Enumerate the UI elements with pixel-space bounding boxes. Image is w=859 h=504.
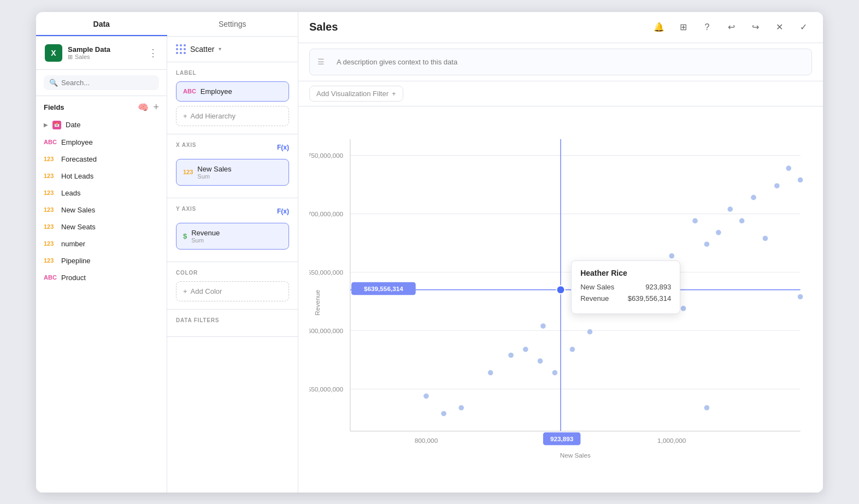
field-label: Forecasted <box>61 155 97 163</box>
add-field-button[interactable]: + <box>153 102 159 113</box>
yaxis-fx-button[interactable]: F(x) <box>277 207 289 215</box>
filter-bar: Add Visualization Filter + <box>298 81 823 106</box>
tooltip-row-newsales: New Sales 923,893 <box>580 283 671 291</box>
chart-title-input[interactable] <box>309 21 450 33</box>
field-group-date[interactable]: ▶ 📅 Date <box>36 116 167 134</box>
label-section-title: LABEL <box>176 70 289 76</box>
svg-point-41 <box>692 218 698 224</box>
svg-text:$750,000,000: $750,000,000 <box>309 151 343 158</box>
svg-point-40 <box>680 305 686 311</box>
add-filter-button[interactable]: Add Visualization Filter + <box>309 86 403 102</box>
svg-text:1,000,000: 1,000,000 <box>657 436 686 443</box>
type-badge-123: 123 <box>44 257 57 264</box>
list-item[interactable]: 123 Hot Leads <box>36 168 167 185</box>
svg-text:$650,000,000: $650,000,000 <box>309 268 343 275</box>
svg-text:New Sales: New Sales <box>560 451 591 458</box>
xaxis-section: X AXIS F(x) 123 New Sales Sum <box>167 134 298 198</box>
y-axis-label: Revenue <box>314 289 321 315</box>
source-name: Sample Data <box>68 45 110 54</box>
svg-point-32 <box>569 346 575 352</box>
app-window: Data Settings X Sample Data ⊞ Sales <box>36 12 823 493</box>
fields-title: Fields <box>44 103 64 111</box>
list-item[interactable]: ABC Product <box>36 269 167 286</box>
source-info: X Sample Data ⊞ Sales <box>45 44 110 62</box>
yaxis-field-text: Revenue Sum <box>191 229 282 244</box>
tab-data[interactable]: Data <box>36 12 167 36</box>
search-input[interactable] <box>61 79 154 87</box>
xaxis-field-pill[interactable]: 123 New Sales Sum <box>176 159 289 186</box>
alarm-icon[interactable]: 🔔 <box>650 19 668 36</box>
plus-icon: + <box>183 112 187 120</box>
color-section-title: COLOR <box>176 270 289 276</box>
list-item[interactable]: 123 Forecasted <box>36 151 167 168</box>
tooltip-label-newsales: New Sales <box>580 283 614 291</box>
xaxis-field-name: New Sales <box>197 165 282 173</box>
help-icon[interactable]: ? <box>698 19 716 36</box>
list-item[interactable]: 123 New Seats <box>36 218 167 235</box>
yaxis-field-sub: Sum <box>191 237 282 244</box>
svg-point-44 <box>727 206 733 212</box>
highlighted-dot[interactable] <box>557 286 565 294</box>
svg-point-24 <box>441 411 447 417</box>
tooltip-value-revenue: $639,556,314 <box>628 294 672 303</box>
add-hierarchy-button[interactable]: + Add Hierarchy <box>176 106 289 126</box>
svg-point-45 <box>739 218 745 224</box>
filter-label: Add Visualization Filter <box>316 90 389 98</box>
toolbar-actions: 🔔 ⊞ ? ↩ ↪ ✕ ✓ <box>650 19 812 36</box>
redo-button[interactable]: ↪ <box>746 19 764 36</box>
calendar-icon: 📅 <box>52 121 61 129</box>
list-item[interactable]: 123 number <box>36 235 167 252</box>
chart-tooltip: Heather Rice New Sales 923,893 Revenue $… <box>571 260 680 314</box>
left-panel: Data Settings X Sample Data ⊞ Sales <box>36 12 298 493</box>
field-label: Product <box>61 274 86 282</box>
type-badge-123: 123 <box>44 189 57 196</box>
chevron-down-icon[interactable]: ▾ <box>219 46 221 52</box>
list-item[interactable]: 123 Leads <box>36 185 167 201</box>
list-item[interactable]: ABC Employee <box>36 134 167 151</box>
xaxis-fx-button[interactable]: F(x) <box>277 144 289 151</box>
svg-point-52 <box>797 294 803 300</box>
svg-point-30 <box>540 323 546 329</box>
description-input[interactable] <box>329 54 804 70</box>
svg-text:$550,000,000: $550,000,000 <box>309 385 343 392</box>
list-item[interactable]: 123 New Sales <box>36 201 167 218</box>
type-badge-abc: ABC <box>44 274 57 281</box>
yaxis-field-pill[interactable]: $ Revenue Sum <box>176 223 289 250</box>
add-color-button[interactable]: + Add Color <box>176 281 289 301</box>
plus-icon: + <box>183 287 187 295</box>
tooltip-label-revenue: Revenue <box>580 294 609 303</box>
undo-button[interactable]: ↩ <box>722 19 740 36</box>
yaxis-field-name: Revenue <box>191 229 282 237</box>
scatter-chart: Revenue $750,000,000 $700,000,000 $650,0… <box>309 112 812 482</box>
svg-point-51 <box>704 405 710 411</box>
grid-icon[interactable]: ⊞ <box>674 19 692 36</box>
chart-area: Revenue $750,000,000 $700,000,000 $650,0… <box>298 106 823 493</box>
confirm-button[interactable]: ✓ <box>795 19 812 36</box>
svg-point-39 <box>669 253 675 259</box>
scatter-label: Scatter <box>190 45 214 54</box>
svg-text:800,000: 800,000 <box>415 436 438 443</box>
search-icon: 🔍 <box>49 79 58 87</box>
chevron-right-icon: ▶ <box>44 122 48 128</box>
field-label: New Sales <box>61 206 95 214</box>
svg-text:923,893: 923,893 <box>550 435 574 442</box>
menu-icon: ☰ <box>317 57 325 66</box>
tab-settings[interactable]: Settings <box>167 12 298 36</box>
source-table: ⊞ Sales <box>68 54 110 61</box>
tooltip-row-revenue: Revenue $639,556,314 <box>580 294 671 303</box>
field-label: number <box>61 240 85 248</box>
more-options-button[interactable]: ⋮ <box>148 47 158 59</box>
tooltip-title: Heather Rice <box>580 269 671 277</box>
ai-icon[interactable]: 🧠 <box>138 102 149 112</box>
left-body: X Sample Data ⊞ Sales ⋮ 🔍 <box>36 37 298 493</box>
table-grid-icon: ⊞ <box>68 54 73 61</box>
chart-toolbar: 🔔 ⊞ ? ↩ ↪ ✕ ✓ <box>298 12 823 43</box>
yaxis-section: Y AXIS F(x) $ Revenue Sum <box>167 198 298 262</box>
type-badge-abc: ABC <box>44 139 57 145</box>
yaxis-section-title: Y AXIS <box>176 206 196 212</box>
close-button[interactable]: ✕ <box>770 19 788 36</box>
list-item[interactable]: 123 Pipepline <box>36 252 167 269</box>
svg-point-31 <box>552 370 558 376</box>
svg-point-23 <box>423 393 429 399</box>
label-field-pill[interactable]: ABC Employee <box>176 81 289 102</box>
